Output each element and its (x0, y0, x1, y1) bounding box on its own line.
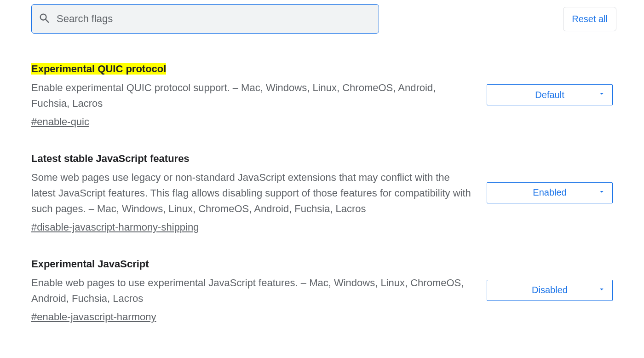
flag-title: Latest stable JavaScript features (31, 153, 190, 164)
flag-info: Experimental QUIC protocol Enable experi… (31, 62, 472, 128)
flag-info: Experimental JavaScript Enable web pages… (31, 257, 472, 323)
header: Reset all (0, 0, 644, 38)
flag-description: Enable web pages to use experimental Jav… (31, 275, 472, 306)
flag-row: Experimental QUIC protocol Enable experi… (31, 38, 613, 128)
flag-select-value: Default (535, 90, 564, 100)
chevron-down-icon (598, 90, 606, 100)
chevron-down-icon (598, 285, 606, 295)
flag-description: Some web pages use legacy or non-standar… (31, 170, 472, 217)
flag-title: Experimental QUIC protocol (31, 63, 166, 75)
flag-row: Latest stable JavaScript features Some w… (31, 128, 613, 233)
flag-select[interactable]: Disabled (487, 280, 613, 301)
flag-select[interactable]: Enabled (487, 182, 613, 203)
search-icon (38, 12, 51, 26)
flag-hash-link[interactable]: #disable-javascript-harmony-shipping (31, 221, 199, 233)
flag-select-value: Disabled (532, 285, 568, 295)
flag-info: Latest stable JavaScript features Some w… (31, 152, 472, 233)
chevron-down-icon (598, 187, 606, 198)
flag-hash-link[interactable]: #enable-javascript-harmony (31, 311, 156, 323)
flags-list: Experimental QUIC protocol Enable experi… (0, 38, 644, 341)
flag-row: Experimental JavaScript Enable web pages… (31, 233, 613, 323)
flag-title: Experimental JavaScript (31, 258, 149, 270)
flag-description: Enable experimental QUIC protocol suppor… (31, 80, 472, 111)
search-input[interactable] (57, 13, 372, 25)
reset-all-button[interactable]: Reset all (563, 7, 616, 31)
flag-hash-link[interactable]: #enable-quic (31, 116, 89, 128)
flag-select-value: Enabled (533, 187, 566, 198)
search-box[interactable] (31, 4, 379, 34)
flag-select[interactable]: Default (487, 84, 613, 105)
